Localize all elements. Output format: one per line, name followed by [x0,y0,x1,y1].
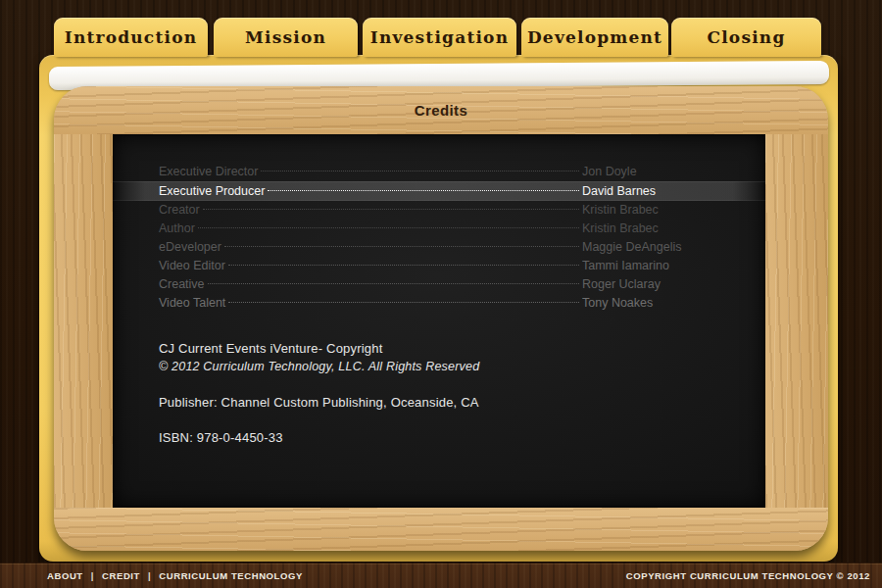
dotted-leader [198,227,579,228]
credit-role: Creative [159,275,205,294]
tab-investigation[interactable]: Investigation [363,18,516,57]
product-copyright-line: CJ Current Events iVenture- Copyright [159,339,726,358]
dotted-leader [208,283,579,284]
tab-label: Investigation [370,27,509,47]
tab-mission[interactable]: Mission [214,18,358,57]
credit-name: Tammi Iamarino [582,257,754,275]
dotted-leader [203,209,579,210]
credit-role: Executive Director [159,163,258,181]
credit-name: Maggie DeAngelis [582,238,754,257]
credit-role: eDeveloper [159,238,221,257]
frame-plank-left [54,134,114,508]
credit-role: Video Editor [159,257,225,275]
credit-name: Kristin Brabec [582,220,754,238]
copyright-block: CJ Current Events iVenture- Copyright © … [159,339,726,447]
tab-development[interactable]: Development [521,18,668,57]
footer-separator: | [91,570,94,581]
credit-name: Tony Noakes [582,294,754,313]
tab-label: Mission [245,27,326,47]
dotted-leader [224,246,579,247]
dotted-leader [228,265,579,266]
publisher-line: Publisher: Channel Custom Publishing, Oc… [159,393,726,412]
footer-separator: | [148,570,151,581]
footer-link-credit[interactable]: CREDIT [102,570,140,581]
credit-row[interactable]: Video Talent Tony Noakes [113,294,765,313]
credit-row-selected[interactable]: Executive Producer David Barnes [113,181,765,201]
page-title: Credits [54,86,828,134]
credit-name: Roger Uclaray [582,275,754,294]
credit-role: Video Talent [159,294,225,313]
credit-name: Jon Doyle [582,163,754,181]
chalkboard: Executive Director Jon Doyle Executive P… [113,134,765,508]
credit-row[interactable]: Author Kristin Brabec [113,220,765,238]
credit-row[interactable]: Creative Roger Uclaray [113,275,765,294]
dotted-leader [228,302,579,303]
credit-name: David Barnes [582,181,754,201]
tab-closing[interactable]: Closing [671,18,821,57]
footer-links: ABOUT | CREDIT | CURRICULUM TECHNOLOGY [47,570,303,581]
dotted-leader [268,190,579,191]
chalkboard-frame: Credits Executive Director Jon Doyle Exe… [54,86,828,551]
credits-list: Executive Director Jon Doyle Executive P… [113,163,765,313]
credit-role: Executive Producer [159,181,265,201]
credit-role: Author [159,220,195,238]
tab-label: Closing [707,27,785,47]
tab-label: Introduction [65,27,197,47]
footer-link-curriculum-technology[interactable]: CURRICULUM TECHNOLOGY [159,570,303,581]
frame-plank-right [764,134,828,508]
tab-introduction[interactable]: Introduction [54,18,208,57]
credit-name: Kristin Brabec [582,201,754,220]
footer-link-about[interactable]: ABOUT [47,570,83,581]
credit-role: Creator [159,201,200,220]
dotted-leader [261,171,579,172]
credit-row[interactable]: Video Editor Tammi Iamarino [113,257,765,275]
credit-row[interactable]: eDeveloper Maggie DeAngelis [113,238,765,257]
isbn-line: ISBN: 978-0-4450-33 [159,428,726,447]
credit-row[interactable]: Creator Kristin Brabec [113,201,765,220]
footer-copyright: COPYRIGHT CURRICULUM TECHNOLOGY © 2012 [626,570,870,581]
footer-bar: ABOUT | CREDIT | CURRICULUM TECHNOLOGY C… [0,563,882,588]
frame-plank-bottom [54,507,828,551]
tab-label: Development [527,27,662,47]
credit-row[interactable]: Executive Director Jon Doyle [113,163,765,181]
company-copyright-line: © 2012 Curriculum Technology, LLC. All R… [159,358,726,376]
